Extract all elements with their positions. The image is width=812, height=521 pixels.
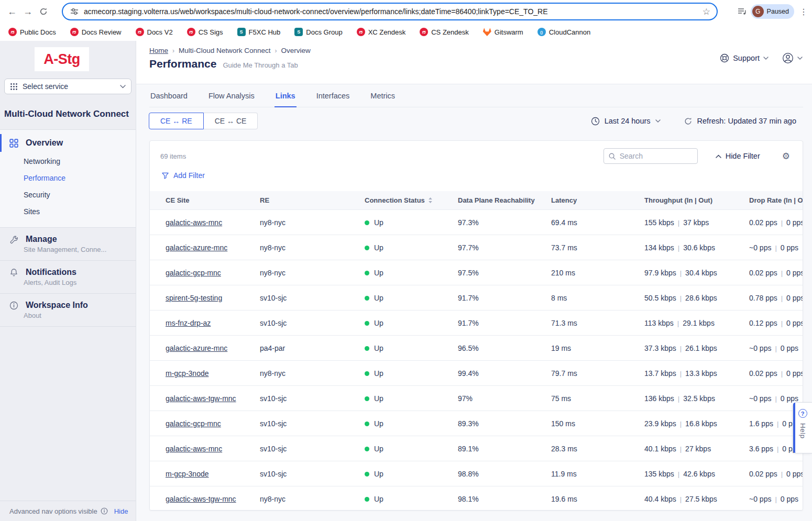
ce-site-link[interactable]: ms-fnz-drp-az bbox=[166, 319, 211, 327]
browser-reload-icon[interactable] bbox=[36, 4, 51, 19]
wrench-icon bbox=[9, 235, 18, 244]
reachability-value: 97.7% bbox=[458, 243, 551, 252]
table-row[interactable]: ms-fnz-drp-az sv10-sjc Up 91.7% 71.3 ms … bbox=[150, 311, 803, 336]
hide-filter-button[interactable]: Hide Filter bbox=[716, 152, 760, 160]
sidebar-item-notifications[interactable]: Notifications Alerts, Audit Logs bbox=[0, 261, 136, 294]
ce-site-link[interactable]: spirent-5g-testing bbox=[166, 294, 222, 302]
ce-site-link[interactable]: galactic-aws-tgw-mnc bbox=[166, 394, 236, 403]
bookmark-item[interactable]: S Docs Group bbox=[294, 28, 342, 36]
breadcrumb-home[interactable]: Home bbox=[149, 47, 168, 54]
avatar: G bbox=[752, 6, 764, 17]
ce-site-link[interactable]: galactic-gcp-mnc bbox=[166, 269, 221, 277]
status-up-dot bbox=[365, 271, 369, 275]
refresh-button[interactable]: Refresh: Updated 37 min ago bbox=[684, 117, 796, 126]
support-menu[interactable]: Support bbox=[720, 53, 769, 63]
table-row[interactable]: galactic-gcp-mnc sv10-sjc Up 89.3% 150 m… bbox=[150, 411, 803, 436]
toggle-ce-ce[interactable]: CE ↔ CE bbox=[204, 113, 258, 129]
ce-site-link[interactable]: galactic-aws-mnc bbox=[166, 445, 222, 453]
search-input[interactable] bbox=[620, 152, 688, 160]
table-row[interactable]: spirent-5g-testing sv10-sjc Up 91.7% 8 m… bbox=[150, 285, 803, 311]
refresh-icon bbox=[684, 117, 693, 126]
table-row[interactable]: galactic-azure-mnc pa4-par Up 96.5% 19 m… bbox=[150, 336, 803, 361]
browser-profile-chip[interactable]: G Paused bbox=[751, 4, 794, 19]
tab-metrics[interactable]: Metrics bbox=[369, 86, 396, 107]
browser-back-icon[interactable]: ← bbox=[4, 4, 20, 19]
bookmark-item[interactable]: f5 Public Docs bbox=[8, 28, 56, 36]
sort-icon[interactable] bbox=[428, 197, 433, 204]
account-menu[interactable] bbox=[782, 52, 803, 64]
throughput-value: 155 kbps|37 kbps bbox=[644, 218, 749, 227]
bookmark-item[interactable]: () CloudCannon bbox=[537, 28, 591, 36]
gear-icon[interactable]: ⚙ bbox=[782, 151, 790, 162]
bookmark-item[interactable]: Gitswarm bbox=[483, 28, 523, 36]
ce-site-link[interactable]: galactic-aws-tgw-mnc bbox=[166, 495, 236, 503]
ce-site-link[interactable]: galactic-azure-mnc bbox=[166, 243, 227, 252]
ce-site-link[interactable]: galactic-gcp-mnc bbox=[166, 419, 221, 428]
breadcrumb: Home › Multi-Cloud Network Connect › Ove… bbox=[149, 47, 311, 54]
guide-me-link[interactable]: Guide Me Through a Tab bbox=[223, 61, 298, 69]
question-icon: ? bbox=[798, 409, 807, 418]
sidebar-item-security[interactable]: Security bbox=[0, 186, 136, 203]
select-service-dropdown[interactable]: Select service bbox=[4, 79, 131, 94]
connection-status: Up bbox=[365, 243, 458, 252]
table-row[interactable]: galactic-aws-mnc ny8-nyc Up 97.3% 69.4 m… bbox=[150, 210, 803, 235]
bookmark-item[interactable]: f5 XC Zendesk bbox=[357, 28, 406, 36]
sidebar-item-manage[interactable]: Manage Site Management, Conne... bbox=[0, 228, 136, 261]
throughput-value: 37.3 kbps|26.1 kbps bbox=[644, 344, 749, 352]
reading-list-icon[interactable] bbox=[737, 7, 747, 16]
browser-forward-icon[interactable]: → bbox=[20, 4, 36, 19]
add-filter-button[interactable]: Add Filter bbox=[161, 171, 205, 180]
bookmark-item[interactable]: f5 CS Zendesk bbox=[420, 28, 469, 36]
re-site: sv10-sjc bbox=[260, 470, 365, 478]
reachability-value: 91.7% bbox=[458, 319, 551, 327]
table-row[interactable]: galactic-aws-mnc sv10-sjc Up 89.1% 28.3 … bbox=[150, 436, 803, 461]
table-row[interactable]: m-gcp-3node ny8-nyc Up 99.4% 79.7 ms 13.… bbox=[150, 361, 803, 386]
sidebar-item-overview[interactable]: Overview bbox=[0, 133, 136, 153]
help-tab[interactable]: ? Help bbox=[793, 402, 812, 453]
sidebar-item-performance[interactable]: Performance bbox=[0, 170, 136, 186]
bookmark-item[interactable]: f5 Docs Review bbox=[70, 28, 122, 36]
ce-site-link[interactable]: m-gcp-3node bbox=[166, 369, 209, 378]
tab-dashboard[interactable]: Dashboard bbox=[149, 86, 189, 107]
table-row[interactable]: galactic-aws-tgw-mnc ny8-nyc Up 98.1% 19… bbox=[150, 486, 803, 511]
sidebar-item-networking[interactable]: Networking bbox=[0, 153, 136, 170]
bookmark-item[interactable]: f5 CS Sigs bbox=[187, 28, 223, 36]
bookmark-item[interactable]: S F5XC Hub bbox=[237, 28, 281, 36]
tab-interfaces[interactable]: Interfaces bbox=[315, 86, 351, 107]
sidebar-item-sites[interactable]: Sites bbox=[0, 203, 136, 220]
browser-chrome: ← → acmecorp.staging.volterra.us/web/wor… bbox=[0, 0, 812, 23]
info-icon[interactable] bbox=[101, 507, 108, 515]
col-drop-rate: Drop Rate (In | Out) bbox=[749, 196, 803, 204]
status-up-dot bbox=[365, 396, 369, 401]
table-row[interactable]: galactic-azure-mnc ny8-nyc Up 97.7% 73.7… bbox=[150, 235, 803, 260]
sidebar-item-workspace-info[interactable]: Workspace Info About bbox=[0, 294, 136, 327]
col-connection-status[interactable]: Connection Status bbox=[365, 196, 458, 204]
url-text[interactable]: acmecorp.staging.volterra.us/web/workspa… bbox=[84, 7, 698, 16]
tab-links[interactable]: Links bbox=[275, 86, 297, 107]
status-up-dot bbox=[365, 321, 369, 326]
hide-nav-link[interactable]: Hide bbox=[114, 507, 128, 515]
refresh-status: Refresh: Updated 37 min ago bbox=[697, 117, 796, 125]
ce-site-link[interactable]: galactic-aws-mnc bbox=[166, 218, 222, 227]
browser-menu-icon[interactable]: ⋮ bbox=[798, 7, 809, 17]
bookmark-item[interactable]: f5 Docs V2 bbox=[136, 28, 173, 36]
connection-status: Up bbox=[365, 319, 458, 327]
brand-logo[interactable]: A-Stg bbox=[35, 47, 89, 71]
url-bar[interactable]: acmecorp.staging.volterra.us/web/workspa… bbox=[62, 3, 718, 20]
table-row[interactable]: m-gcp-3node sv10-sjc Up 98.8% 11.9 ms 13… bbox=[150, 461, 803, 486]
ce-site-link[interactable]: m-gcp-3node bbox=[166, 470, 209, 478]
bookmark-star-icon[interactable]: ☆ bbox=[703, 6, 710, 17]
re-site: sv10-sjc bbox=[260, 319, 365, 327]
table-row[interactable]: galactic-gcp-mnc ny8-nyc Up 97.5% 210 ms… bbox=[150, 260, 803, 285]
table-row[interactable]: galactic-aws-tgw-mnc sv10-sjc Up 97% 75 … bbox=[150, 386, 803, 411]
breadcrumb-workspace[interactable]: Multi-Cloud Network Connect bbox=[179, 47, 271, 54]
chevron-down-icon bbox=[120, 85, 126, 88]
status-up-dot bbox=[365, 422, 369, 426]
toggle-ce-re[interactable]: CE ↔ RE bbox=[149, 113, 204, 129]
tab-flow-analysis[interactable]: Flow Analysis bbox=[207, 86, 256, 107]
time-range-dropdown[interactable]: Last 24 hours bbox=[591, 117, 661, 126]
search-input-wrap bbox=[603, 148, 698, 164]
sidebar-footer: Advanced nav options visible Hide bbox=[0, 501, 136, 521]
ce-site-link[interactable]: galactic-azure-mnc bbox=[166, 344, 227, 352]
site-settings-icon[interactable] bbox=[70, 7, 79, 16]
